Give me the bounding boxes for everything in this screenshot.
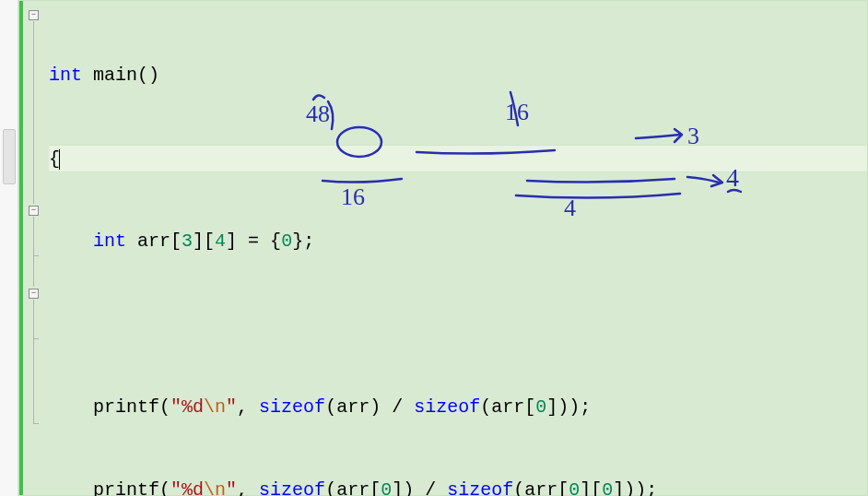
code-editor[interactable]: − − − int main() { int arr[3][4] = {0}; … <box>18 0 868 496</box>
escape: \n <box>204 479 226 496</box>
code-text: (arr) / <box>325 396 414 418</box>
number: 4 <box>215 230 226 252</box>
string: " <box>170 479 182 496</box>
code-text: ])); <box>613 479 657 496</box>
fold-end-icon <box>33 338 39 339</box>
code-text: (arr[ <box>480 396 535 418</box>
code-text: }; <box>292 230 314 252</box>
fold-gutter[interactable]: − − − <box>23 1 45 495</box>
code-text: , <box>237 479 259 496</box>
keyword: sizeof <box>447 479 513 496</box>
string: " <box>170 396 182 418</box>
fold-toggle-icon[interactable]: − <box>29 289 39 299</box>
code-text: ]) / <box>392 479 447 496</box>
string: " <box>226 396 237 418</box>
fold-guide <box>33 21 34 204</box>
fold-guide <box>33 217 34 287</box>
string: " <box>226 479 237 496</box>
scroll-thumb[interactable] <box>3 129 16 184</box>
indent <box>49 396 93 418</box>
code-line-active[interactable]: { <box>49 145 867 172</box>
code-text: , <box>237 396 259 418</box>
code-line[interactable] <box>49 311 867 338</box>
code-line[interactable]: printf("%d\n", sizeof(arr[0]) / sizeof(a… <box>49 477 867 496</box>
code-text: (arr[ <box>325 479 381 496</box>
indent <box>49 230 93 252</box>
code-text: () <box>137 65 159 86</box>
fold-end-icon <box>33 423 39 424</box>
number: 0 <box>569 479 580 496</box>
keyword: sizeof <box>259 396 325 418</box>
code-text-area[interactable]: int main() { int arr[3][4] = {0}; printf… <box>45 1 867 495</box>
code-line[interactable]: printf("%d\n", sizeof(arr) / sizeof(arr[… <box>49 394 867 421</box>
escape: \n <box>204 396 226 418</box>
indent <box>49 479 93 496</box>
vertical-scrollbar[interactable] <box>0 0 18 496</box>
keyword: sizeof <box>259 479 325 496</box>
code-text: printf( <box>93 479 170 496</box>
keyword: int <box>49 65 82 86</box>
keyword: int <box>93 230 126 252</box>
keyword: sizeof <box>414 396 480 418</box>
code-text: printf( <box>93 396 170 418</box>
text-caret <box>59 149 60 170</box>
string: %d <box>182 396 204 418</box>
code-text: (arr[ <box>513 479 569 496</box>
identifier: main <box>82 65 137 86</box>
string: %d <box>182 479 204 496</box>
identifier: arr <box>126 230 170 252</box>
number: 3 <box>182 230 193 252</box>
code-text: [ <box>170 230 182 252</box>
fold-guide <box>33 300 34 423</box>
number: 0 <box>535 396 546 418</box>
code-text: ][ <box>193 230 215 252</box>
code-text: ][ <box>580 479 602 496</box>
number: 0 <box>381 479 392 496</box>
code-text: ] = { <box>226 230 281 252</box>
fold-toggle-icon[interactable]: − <box>29 206 39 216</box>
fold-end-icon <box>33 255 39 256</box>
fold-toggle-icon[interactable]: − <box>29 10 39 20</box>
code-text: ])); <box>546 396 591 418</box>
number: 0 <box>602 479 613 496</box>
number: 0 <box>281 230 292 252</box>
code-line[interactable]: int main() <box>49 62 867 89</box>
code-line[interactable]: int arr[3][4] = {0}; <box>49 228 867 255</box>
